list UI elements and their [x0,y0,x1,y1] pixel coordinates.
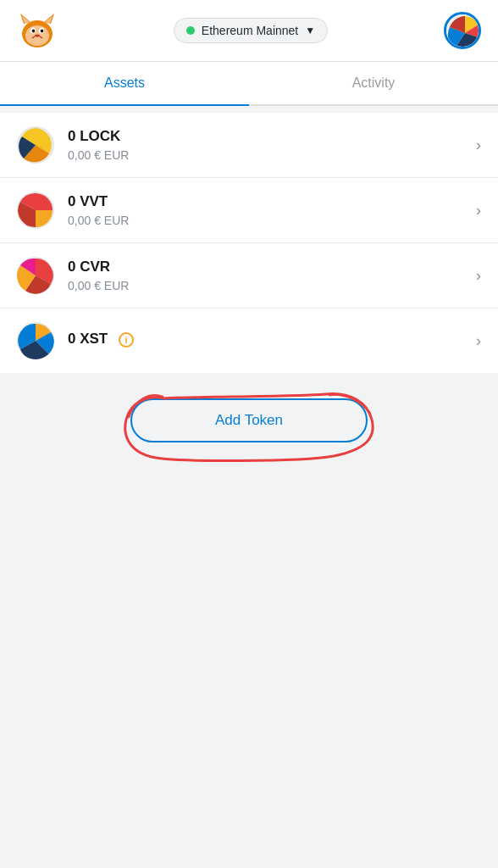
network-status-dot [186,26,195,35]
metamask-logo [17,10,58,51]
svg-point-10 [35,35,40,37]
cvr-token-amount: 0 CVR [68,259,469,275]
network-name: Ethereum Mainnet [202,24,298,37]
xst-token-icon [17,322,54,359]
cvr-chevron-right-icon: › [476,267,481,285]
add-token-button[interactable]: Add Token [130,398,368,442]
svg-point-9 [41,30,44,33]
token-item-lock[interactable]: 0 LOCK 0,00 € EUR › [0,113,498,178]
vvt-chevron-right-icon: › [476,202,481,220]
xst-info-badge[interactable]: i [119,332,134,348]
vvt-token-icon [17,192,54,229]
xst-token-amount: 0 XST i [68,331,469,348]
lock-token-amount: 0 LOCK [68,128,469,145]
token-item-cvr[interactable]: 0 CVR 0,00 € EUR › [0,243,498,309]
network-selector[interactable]: Ethereum Mainnet ▼ [174,18,328,43]
token-item-xst[interactable]: 0 XST i › [0,309,498,373]
chevron-down-icon: ▼ [305,25,315,36]
svg-point-8 [32,30,36,33]
add-token-section: Add Token [0,373,498,476]
token-item-vvt[interactable]: 0 VVT 0,00 € EUR › [0,178,498,243]
tab-assets[interactable]: Assets [0,62,249,104]
vvt-token-info: 0 VVT 0,00 € EUR [68,193,469,227]
cvr-token-icon [17,257,54,294]
lock-token-info: 0 LOCK 0,00 € EUR [68,128,469,162]
tab-activity[interactable]: Activity [249,62,498,104]
lock-token-value: 0,00 € EUR [68,148,469,162]
lock-chevron-right-icon: › [476,136,481,154]
xst-token-info: 0 XST i [68,331,469,351]
vvt-token-amount: 0 VVT [68,193,469,210]
header: Ethereum Mainnet ▼ [0,0,498,62]
cvr-token-info: 0 CVR 0,00 € EUR [68,259,469,292]
cvr-token-value: 0,00 € EUR [68,279,469,292]
avatar[interactable] [444,12,481,49]
vvt-token-value: 0,00 € EUR [68,214,469,227]
token-list: 0 LOCK 0,00 € EUR › 0 VVT 0,00 € EUR › [0,113,498,373]
tab-bar: Assets Activity [0,62,498,106]
xst-chevron-right-icon: › [476,332,481,350]
lock-token-icon [17,126,54,164]
